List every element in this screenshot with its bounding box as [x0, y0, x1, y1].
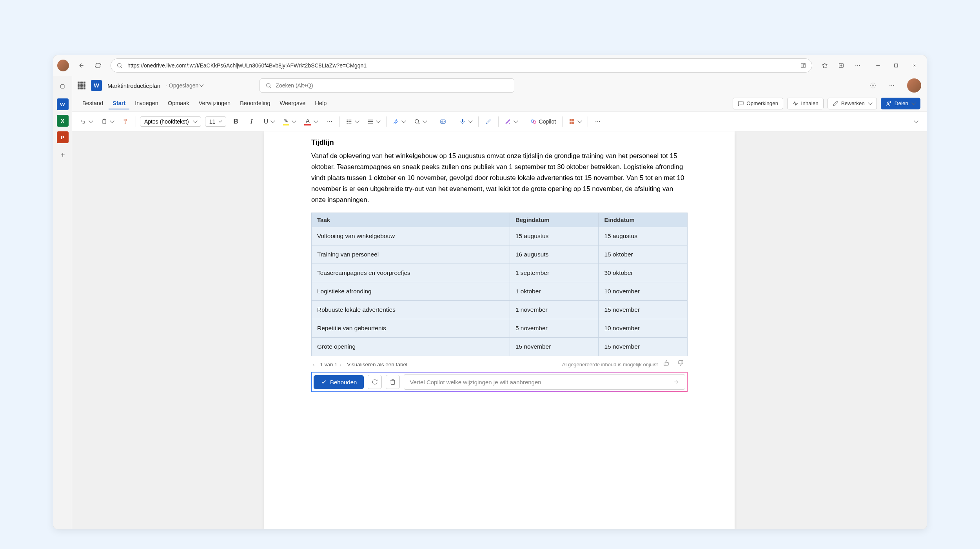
editor-button[interactable]: [483, 115, 494, 128]
svg-rect-32: [570, 122, 572, 124]
table-cell: Robuuste lokale advertenties: [312, 301, 510, 319]
powerpoint-app-icon[interactable]: P: [57, 131, 69, 143]
back-button[interactable]: [74, 58, 89, 73]
svg-point-17: [327, 121, 328, 122]
table-cell: Logistieke afronding: [312, 282, 510, 301]
collections-icon[interactable]: [834, 58, 848, 73]
find-button[interactable]: [412, 115, 429, 128]
search-input[interactable]: [276, 82, 508, 89]
pager-prev-icon[interactable]: ‹: [313, 362, 315, 367]
share-button[interactable]: Delen: [881, 98, 920, 109]
pager-text: 1 van 1: [320, 362, 338, 367]
copilot-input[interactable]: Vertel Copilot welke wijzigingen je wilt…: [404, 374, 685, 390]
close-button[interactable]: [906, 58, 923, 73]
svg-point-3: [855, 65, 856, 66]
addins-button[interactable]: [566, 115, 584, 128]
menu-beoordeling[interactable]: Beoordeling: [236, 98, 274, 109]
svg-rect-26: [462, 119, 463, 122]
section-heading: Tijdlijn: [311, 131, 688, 147]
minimize-button[interactable]: [869, 58, 887, 73]
svg-point-10: [889, 85, 890, 86]
copilot-button[interactable]: Copilot: [528, 115, 559, 128]
menu-help[interactable]: Help: [311, 98, 330, 109]
document-canvas[interactable]: Tijdlijn Vanaf de oplevering van het win…: [72, 131, 927, 529]
send-icon[interactable]: [673, 379, 679, 385]
menu-start[interactable]: Start: [109, 98, 129, 109]
document-page: Tijdlijn Vanaf de oplevering van het win…: [264, 131, 735, 529]
maximize-button[interactable]: [887, 58, 905, 73]
font-color-button[interactable]: A: [302, 115, 319, 128]
table-cell: 5 november: [510, 319, 599, 338]
ribbon-toolbar: Aptos (hoofdtekst) 11 B I U ✎ A: [72, 112, 927, 131]
styles-button[interactable]: [390, 115, 408, 128]
table-cell: 30 oktober: [599, 264, 688, 282]
svg-point-12: [893, 85, 894, 86]
search-box[interactable]: [260, 78, 514, 93]
refresh-button[interactable]: [91, 58, 105, 73]
designer-button[interactable]: [437, 115, 449, 128]
app-header: W Marktintroductieplan · Opgeslagen: [72, 76, 927, 95]
highlight-button[interactable]: ✎: [281, 115, 298, 128]
word-logo-icon: W: [91, 80, 102, 91]
visualize-link[interactable]: Visualiseren als een tabel: [347, 362, 407, 367]
align-button[interactable]: [365, 115, 382, 128]
save-status[interactable]: · Opgeslagen: [166, 82, 203, 89]
svg-point-0: [118, 64, 121, 67]
discard-button[interactable]: [386, 375, 400, 389]
table-cell: 15 november: [599, 301, 688, 319]
catchup-button[interactable]: Inhalen: [787, 98, 823, 109]
svg-point-8: [267, 84, 270, 87]
italic-button[interactable]: I: [246, 115, 258, 128]
thumbs-up-icon[interactable]: [663, 360, 672, 369]
svg-point-19: [331, 121, 332, 122]
reading-mode-icon[interactable]: [800, 62, 806, 69]
svg-point-4: [857, 65, 858, 66]
settings-icon[interactable]: [866, 79, 880, 92]
svg-rect-31: [572, 119, 574, 121]
underline-button[interactable]: U: [261, 115, 277, 128]
svg-point-23: [415, 119, 418, 123]
more-font-icon[interactable]: [324, 115, 336, 128]
rewrite-button[interactable]: [503, 115, 520, 128]
bold-button[interactable]: B: [230, 115, 242, 128]
menu-verwijzingen[interactable]: Verwijzingen: [195, 98, 234, 109]
app-launcher-icon[interactable]: [78, 82, 85, 89]
edit-mode-button[interactable]: Bewerken: [828, 98, 877, 109]
word-app-icon[interactable]: W: [57, 98, 69, 110]
dictate-button[interactable]: [457, 115, 474, 128]
rail-tab-icon[interactable]: [56, 80, 70, 94]
menu-opmaak[interactable]: Opmaak: [164, 98, 193, 109]
table-cell: Grote opening: [312, 338, 510, 356]
keep-button[interactable]: Behouden: [314, 375, 364, 389]
font-size-selector[interactable]: 11: [205, 116, 226, 127]
excel-app-icon[interactable]: X: [57, 115, 69, 127]
menu-invoegen[interactable]: Invoegen: [131, 98, 162, 109]
browser-menu-icon[interactable]: [851, 58, 865, 73]
regenerate-button[interactable]: [368, 375, 382, 389]
comments-button[interactable]: Opmerkingen: [733, 98, 783, 109]
svg-point-11: [891, 85, 892, 86]
menu-bestand[interactable]: Bestand: [78, 98, 107, 109]
table-cell: 15 augustus: [510, 227, 599, 245]
ribbon-collapse-icon[interactable]: [909, 115, 921, 128]
bullets-button[interactable]: [344, 115, 361, 128]
profile-avatar-icon[interactable]: [57, 60, 69, 71]
ribbon-more-icon[interactable]: [592, 115, 604, 128]
thumbs-down-icon[interactable]: [677, 360, 686, 369]
paste-button[interactable]: [99, 115, 116, 128]
pager-next-icon[interactable]: ›: [340, 362, 342, 367]
undo-button[interactable]: [78, 115, 95, 128]
table-header: Begindatum: [510, 213, 599, 227]
format-painter-button[interactable]: [120, 115, 132, 128]
svg-point-14: [890, 101, 891, 102]
url-bar[interactable]: https://onedrive.live.com/:w:/t/EaCKkPs6…: [111, 58, 812, 73]
url-text: https://onedrive.live.com/:w:/t/EaCKkPs6…: [127, 62, 795, 69]
user-avatar-icon[interactable]: [907, 78, 921, 93]
more-icon[interactable]: [885, 79, 898, 92]
menu-weergave[interactable]: Weergave: [276, 98, 310, 109]
document-title[interactable]: Marktintroductieplan: [107, 82, 160, 89]
add-app-icon[interactable]: [56, 148, 70, 162]
font-selector[interactable]: Aptos (hoofdtekst): [140, 116, 201, 127]
svg-point-36: [599, 121, 600, 122]
favorites-icon[interactable]: [818, 58, 832, 73]
